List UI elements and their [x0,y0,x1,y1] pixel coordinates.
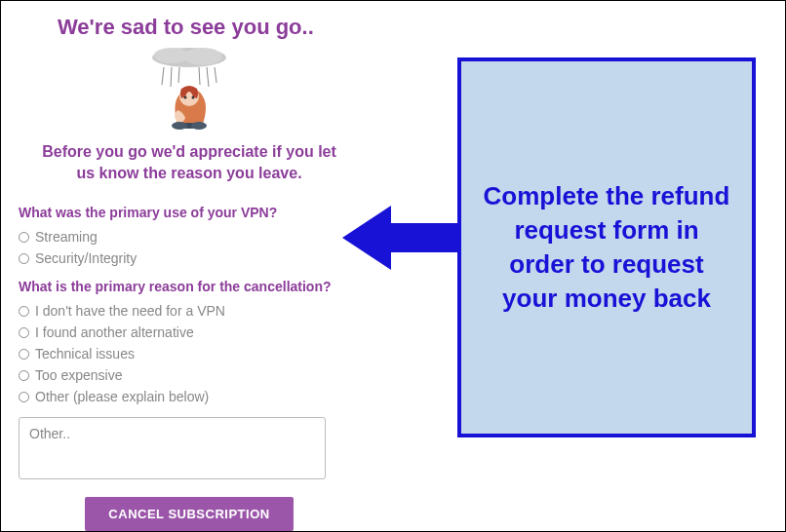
radio-icon [19,253,29,264]
svg-point-13 [172,122,187,130]
radio-icon [19,327,29,338]
svg-line-3 [162,67,164,85]
question-2-label: What is the primary reason for the cance… [19,279,360,294]
svg-line-8 [215,67,216,83]
callout-text: Complete the refund request form in orde… [479,179,734,316]
svg-line-7 [207,67,209,87]
page-title: We're sad to see you go.. [58,15,360,40]
question-1-label: What was the primary use of your VPN? [19,205,360,220]
question-1-options: Streaming Security/Integrity [19,226,360,269]
radio-icon [19,370,29,381]
option-label: Streaming [35,229,98,245]
option-label: Technical issues [35,346,135,361]
radio-icon [19,392,29,402]
option-technical[interactable]: Technical issues [19,343,360,364]
cancel-subscription-button[interactable]: CANCEL SUBSCRIPTION [85,497,293,531]
option-label: I found another alternative [35,324,194,340]
option-alternative[interactable]: I found another alternative [19,322,360,343]
question-2-options: I don't have the need for a VPN I found … [19,300,360,407]
svg-point-2 [183,48,222,65]
option-streaming[interactable]: Streaming [19,226,360,247]
svg-marker-15 [342,206,469,270]
cancel-form: We're sad to see you go.. Before you go … [1,1,372,532]
svg-point-11 [192,96,195,99]
svg-line-5 [178,67,179,83]
option-label: Security/Integrity [35,250,137,266]
option-no-need[interactable]: I don't have the need for a VPN [19,300,360,322]
option-security[interactable]: Security/Integrity [19,247,360,269]
svg-point-10 [184,96,187,99]
radio-icon [19,306,29,317]
radio-icon [19,232,29,243]
subtitle: Before you go we'd appreciate if you let… [19,141,360,195]
sad-illustration [19,46,360,133]
option-expensive[interactable]: Too expensive [19,364,360,386]
svg-line-6 [199,67,200,85]
option-label: Other (please explain below) [35,389,209,404]
svg-line-4 [171,67,172,87]
annotation-callout: Complete the refund request form in orde… [457,57,756,437]
option-label: Too expensive [35,367,123,383]
radio-icon [19,349,29,360]
option-label: I don't have the need for a VPN [35,303,225,319]
arrow-left-icon [342,204,469,272]
other-textarea[interactable]: Other.. [19,417,326,479]
option-other[interactable]: Other (please explain below) [19,386,360,407]
svg-point-14 [191,122,207,130]
